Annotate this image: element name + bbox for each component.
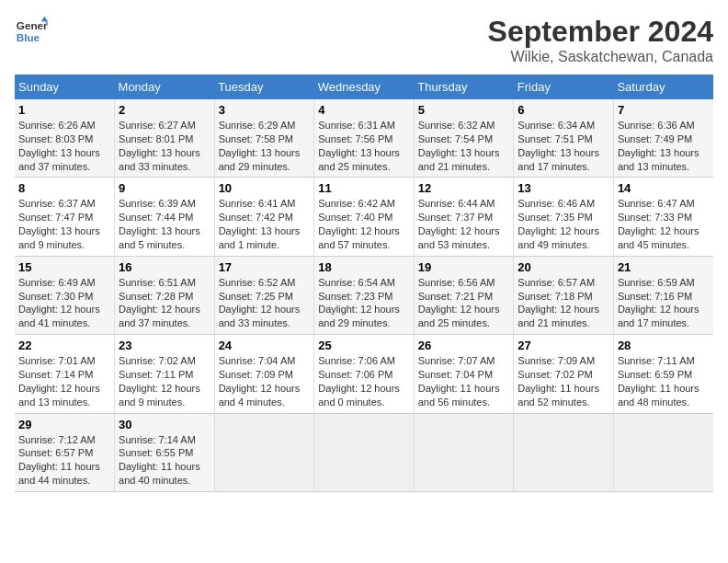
calendar-cell: 30 Sunrise: 7:14 AM Sunset: 6:55 PM Dayl…	[115, 413, 215, 491]
subtitle: Wilkie, Saskatchewan, Canada	[488, 49, 713, 65]
calendar-cell: 2 Sunrise: 6:27 AM Sunset: 8:01 PM Dayli…	[115, 99, 215, 178]
cell-content: Sunrise: 6:59 AM Sunset: 7:16 PM Dayligh…	[618, 276, 710, 330]
sunset-text: Sunset: 7:56 PM	[318, 133, 392, 144]
sunrise-text: Sunrise: 6:39 AM	[119, 198, 196, 209]
calendar-cell	[314, 413, 415, 491]
calendar-cell	[514, 413, 614, 491]
sunrise-text: Sunrise: 6:41 AM	[219, 198, 296, 209]
cell-content: Sunrise: 6:37 AM Sunset: 7:47 PM Dayligh…	[18, 197, 110, 251]
calendar-cell: 15 Sunrise: 6:49 AM Sunset: 7:30 PM Dayl…	[15, 256, 115, 334]
cell-content: Sunrise: 7:02 AM Sunset: 7:11 PM Dayligh…	[119, 354, 210, 408]
cell-content: Sunrise: 7:06 AM Sunset: 7:06 PM Dayligh…	[318, 354, 410, 408]
sunset-text: Sunset: 7:21 PM	[418, 291, 493, 302]
cell-content: Sunrise: 6:54 AM Sunset: 7:23 PM Dayligh…	[318, 276, 410, 330]
sunrise-text: Sunrise: 6:54 AM	[318, 277, 395, 288]
sunrise-text: Sunrise: 6:26 AM	[18, 120, 96, 131]
day-number: 9	[119, 181, 210, 195]
sunset-text: Sunset: 7:54 PM	[418, 133, 493, 144]
daylight-text: Daylight: 11 hours and 44 minutes.	[18, 461, 100, 486]
daylight-text: Daylight: 13 hours and 1 minute.	[219, 225, 301, 250]
day-number: 25	[318, 339, 410, 352]
daylight-text: Daylight: 11 hours and 52 minutes.	[518, 383, 599, 408]
calendar-cell: 5 Sunrise: 6:32 AM Sunset: 7:54 PM Dayli…	[414, 99, 514, 178]
calendar-cell: 11 Sunrise: 6:42 AM Sunset: 7:40 PM Dayl…	[314, 178, 415, 256]
daylight-text: Daylight: 13 hours and 25 minutes.	[318, 147, 400, 172]
daylight-text: Daylight: 11 hours and 56 minutes.	[418, 383, 500, 408]
svg-text:Blue: Blue	[17, 31, 40, 43]
sunrise-text: Sunrise: 6:51 AM	[119, 277, 196, 288]
sunrise-text: Sunrise: 6:46 AM	[518, 198, 595, 209]
sunrise-text: Sunrise: 6:44 AM	[418, 198, 495, 209]
calendar-cell: 10 Sunrise: 6:41 AM Sunset: 7:42 PM Dayl…	[214, 178, 314, 256]
daylight-text: Daylight: 12 hours and 53 minutes.	[418, 225, 500, 250]
sunset-text: Sunset: 8:03 PM	[18, 133, 93, 144]
day-number: 22	[18, 339, 110, 352]
calendar-cell: 24 Sunrise: 7:04 AM Sunset: 7:09 PM Dayl…	[214, 335, 314, 413]
daylight-text: Daylight: 12 hours and 4 minutes.	[219, 383, 301, 408]
calendar-cell: 27 Sunrise: 7:09 AM Sunset: 7:02 PM Dayl…	[514, 335, 614, 413]
day-number: 1	[18, 103, 110, 117]
sunset-text: Sunset: 7:28 PM	[119, 291, 193, 302]
cell-content: Sunrise: 7:12 AM Sunset: 6:57 PM Dayligh…	[18, 433, 110, 488]
daylight-text: Daylight: 12 hours and 0 minutes.	[318, 383, 400, 408]
cell-content: Sunrise: 7:14 AM Sunset: 6:55 PM Dayligh…	[119, 433, 210, 488]
main-title: September 2024	[488, 15, 713, 49]
day-number: 16	[119, 260, 210, 274]
cell-content: Sunrise: 6:39 AM Sunset: 7:44 PM Dayligh…	[119, 197, 210, 251]
calendar-cell: 3 Sunrise: 6:29 AM Sunset: 7:58 PM Dayli…	[214, 99, 314, 178]
cell-content: Sunrise: 6:41 AM Sunset: 7:42 PM Dayligh…	[219, 197, 311, 251]
cell-content: Sunrise: 6:49 AM Sunset: 7:30 PM Dayligh…	[18, 276, 110, 330]
cell-content: Sunrise: 6:29 AM Sunset: 7:58 PM Dayligh…	[219, 119, 311, 173]
calendar-table: SundayMondayTuesdayWednesdayThursdayFrid…	[15, 75, 713, 492]
calendar-week-row: 1 Sunrise: 6:26 AM Sunset: 8:03 PM Dayli…	[15, 99, 713, 178]
sunrise-text: Sunrise: 6:49 AM	[18, 277, 96, 288]
day-number: 8	[18, 181, 110, 195]
sunrise-text: Sunrise: 6:42 AM	[318, 198, 395, 209]
daylight-text: Daylight: 12 hours and 41 minutes.	[18, 304, 100, 328]
sunset-text: Sunset: 7:44 PM	[119, 212, 193, 223]
sunrise-text: Sunrise: 6:32 AM	[418, 120, 495, 131]
cell-content: Sunrise: 6:57 AM Sunset: 7:18 PM Dayligh…	[518, 276, 609, 330]
daylight-text: Daylight: 13 hours and 37 minutes.	[18, 147, 100, 172]
sunrise-text: Sunrise: 6:36 AM	[618, 120, 695, 131]
calendar-cell: 20 Sunrise: 6:57 AM Sunset: 7:18 PM Dayl…	[514, 256, 614, 334]
sunrise-text: Sunrise: 7:07 AM	[418, 355, 495, 366]
cell-content: Sunrise: 6:31 AM Sunset: 7:56 PM Dayligh…	[318, 119, 410, 173]
sunset-text: Sunset: 7:11 PM	[119, 369, 193, 380]
calendar-cell: 21 Sunrise: 6:59 AM Sunset: 7:16 PM Dayl…	[613, 256, 713, 334]
sunset-text: Sunset: 7:16 PM	[618, 291, 692, 302]
sunset-text: Sunset: 8:01 PM	[119, 133, 193, 144]
day-number: 15	[18, 260, 110, 274]
logo: General Blue	[15, 15, 48, 48]
sunrise-text: Sunrise: 6:52 AM	[219, 277, 296, 288]
day-number: 23	[119, 339, 210, 352]
daylight-text: Daylight: 12 hours and 49 minutes.	[518, 225, 599, 250]
sunrise-text: Sunrise: 6:37 AM	[18, 198, 96, 209]
calendar-cell: 29 Sunrise: 7:12 AM Sunset: 6:57 PM Dayl…	[15, 413, 115, 491]
cell-content: Sunrise: 7:04 AM Sunset: 7:09 PM Dayligh…	[219, 354, 311, 408]
calendar-cell: 28 Sunrise: 7:11 AM Sunset: 6:59 PM Dayl…	[613, 335, 713, 413]
day-number: 10	[219, 181, 311, 195]
day-number: 18	[318, 260, 410, 274]
daylight-text: Daylight: 12 hours and 17 minutes.	[618, 304, 700, 328]
sunset-text: Sunset: 7:09 PM	[219, 369, 293, 380]
daylight-text: Daylight: 11 hours and 48 minutes.	[618, 383, 700, 408]
cell-content: Sunrise: 7:09 AM Sunset: 7:02 PM Dayligh…	[518, 354, 609, 408]
daylight-text: Daylight: 12 hours and 33 minutes.	[219, 304, 301, 328]
day-number: 6	[518, 103, 609, 117]
daylight-text: Daylight: 13 hours and 5 minutes.	[119, 225, 200, 250]
calendar-cell	[414, 413, 514, 491]
day-number: 11	[318, 181, 410, 195]
sunrise-text: Sunrise: 7:06 AM	[318, 355, 395, 366]
daylight-text: Daylight: 12 hours and 21 minutes.	[518, 304, 599, 328]
sunset-text: Sunset: 7:58 PM	[219, 133, 293, 144]
sunset-text: Sunset: 7:42 PM	[219, 212, 293, 223]
cell-content: Sunrise: 6:51 AM Sunset: 7:28 PM Dayligh…	[119, 276, 210, 330]
sunset-text: Sunset: 7:40 PM	[318, 212, 392, 223]
sunrise-text: Sunrise: 6:27 AM	[119, 120, 196, 131]
day-number: 12	[418, 181, 510, 195]
daylight-text: Daylight: 13 hours and 9 minutes.	[18, 225, 100, 250]
sunset-text: Sunset: 7:06 PM	[318, 369, 392, 380]
cell-content: Sunrise: 7:07 AM Sunset: 7:04 PM Dayligh…	[418, 354, 510, 408]
calendar-cell: 16 Sunrise: 6:51 AM Sunset: 7:28 PM Dayl…	[115, 256, 215, 334]
